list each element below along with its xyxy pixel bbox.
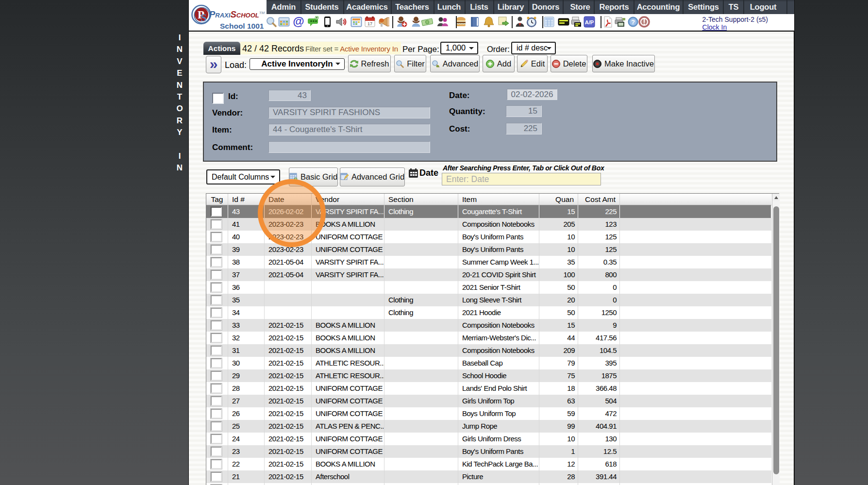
svg-text:A/P: A/P (585, 19, 594, 25)
svg-text:?: ? (631, 18, 635, 26)
svg-text:@: @ (293, 16, 304, 28)
svg-text:S: S (200, 12, 207, 24)
svg-text:17: 17 (367, 21, 372, 26)
